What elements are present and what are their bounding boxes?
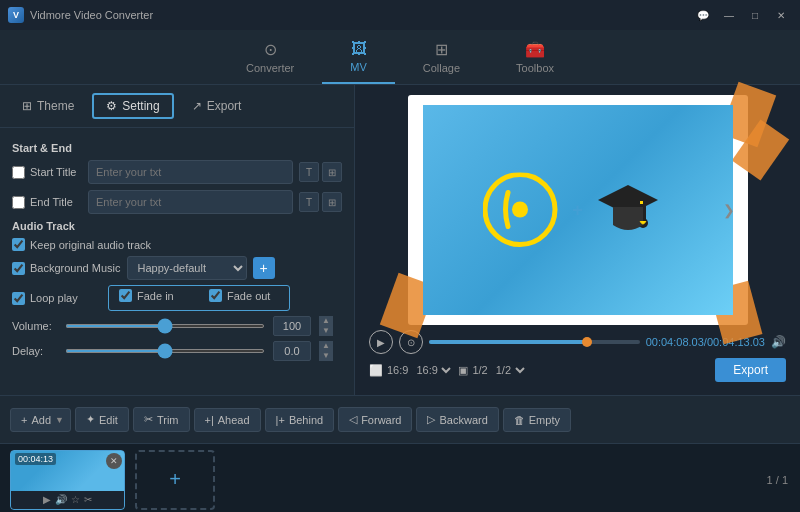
titlebar-controls: 💬 — □ ✕ [692, 8, 792, 22]
edit-button[interactable]: ✦ Edit [75, 407, 129, 432]
volume-icon[interactable]: 🔊 [771, 335, 786, 349]
forward-label: Forward [361, 414, 401, 426]
loop-play-checkbox[interactable] [12, 292, 25, 305]
add-music-button[interactable]: + [253, 257, 275, 279]
ratio-select: ⬜ 16:9 16:94:31:1 ▣ 1/2 1/21/1 [369, 363, 528, 377]
left-nav-arrow[interactable]: ❯ [723, 202, 735, 218]
thumb-star-icon[interactable]: ☆ [71, 494, 80, 505]
fade-in-checkbox[interactable] [119, 289, 132, 302]
tab-converter[interactable]: ⊙ Converter [218, 36, 322, 84]
chat-icon-btn[interactable]: 💬 [692, 8, 714, 22]
loop-play-text: Loop play [30, 292, 78, 304]
behind-button[interactable]: |+ Behind [265, 408, 335, 432]
backward-icon: ▷ [427, 413, 435, 426]
add-clip-button[interactable]: + [135, 450, 215, 510]
tab-mv[interactable]: 🖼 MV [322, 36, 395, 84]
thumb-vol-icon[interactable]: 🔊 [55, 494, 67, 505]
delay-label: Delay: [12, 345, 57, 357]
start-title-font-icon[interactable]: T [299, 162, 319, 182]
keep-original-checkbox[interactable] [12, 238, 25, 251]
add-icon: + [21, 414, 27, 426]
backward-button[interactable]: ▷ Backward [416, 407, 498, 432]
trash-icon: 🗑 [514, 414, 525, 426]
right-panel: ❯ + [355, 85, 800, 395]
close-button[interactable]: ✕ [770, 8, 792, 22]
subtab-setting[interactable]: ⚙ Setting [92, 93, 173, 119]
trim-label: Trim [157, 414, 179, 426]
background-music-row: Background Music Happy-default Other + [12, 256, 342, 280]
subtab-theme[interactable]: ⊞ Theme [10, 95, 86, 117]
thumb-duration: 00:04:13 [15, 453, 56, 465]
fraction-dropdown[interactable]: 1/21/1 [492, 363, 528, 377]
trim-button[interactable]: ✂ Trim [133, 407, 190, 432]
forward-button[interactable]: ◁ Forward [338, 407, 412, 432]
music-dropdown[interactable]: Happy-default Other [127, 256, 247, 280]
volume-slider[interactable] [65, 324, 265, 328]
aspect-icon: ⬜ [369, 364, 383, 377]
maximize-button[interactable]: □ [744, 8, 766, 22]
delay-value: 0.0 [273, 341, 311, 361]
end-title-checkbox[interactable] [12, 196, 25, 209]
end-title-grid-icon[interactable]: ⊞ [322, 192, 342, 212]
behind-label: Behind [289, 414, 323, 426]
ratio-value: 16:9 [387, 364, 408, 376]
fade-in-text: Fade in [137, 290, 174, 302]
ahead-button[interactable]: +| Ahead [194, 408, 261, 432]
timeline: ✕ 00:04:13 ▶ 🔊 ☆ ✂ + 1 / 1 [0, 443, 800, 512]
start-title-input[interactable] [88, 160, 293, 184]
timeline-counter: 1 / 1 [767, 474, 788, 486]
app-icon: V [8, 7, 24, 23]
start-title-row: Start Title T ⊞ [12, 160, 342, 184]
end-title-icons: T ⊞ [299, 192, 342, 212]
bg-music-label[interactable]: Background Music [12, 262, 121, 275]
play-button[interactable]: ▶ [369, 330, 393, 354]
end-title-input[interactable] [88, 190, 293, 214]
bg-music-text: Background Music [30, 262, 121, 274]
tab-collage[interactable]: ⊞ Collage [395, 36, 488, 84]
trim-icon: ✂ [144, 413, 153, 426]
minimize-button[interactable]: — [718, 8, 740, 22]
loop-play-row: Loop play Fade in Fade out [12, 285, 342, 311]
empty-label: Empty [529, 414, 560, 426]
delay-slider[interactable] [65, 349, 265, 353]
start-title-checkbox-label[interactable]: Start Title [12, 166, 82, 179]
volume-down-btn[interactable]: ▼ [319, 326, 333, 336]
keep-original-text: Keep original audio track [30, 239, 151, 251]
delay-up-btn[interactable]: ▲ [319, 341, 333, 351]
start-end-section: Start & End [12, 142, 342, 154]
loop-play-label[interactable]: Loop play [12, 292, 82, 305]
backward-label: Backward [439, 414, 487, 426]
tab-mv-label: MV [350, 61, 367, 73]
bg-music-checkbox[interactable] [12, 262, 25, 275]
delay-spinners: ▲ ▼ [319, 341, 333, 361]
tab-converter-label: Converter [246, 62, 294, 74]
toolbox-icon: 🧰 [525, 40, 545, 59]
thumb-close-btn[interactable]: ✕ [106, 453, 122, 469]
fade-out-label[interactable]: Fade out [209, 289, 279, 302]
thumb-play-icon[interactable]: ▶ [43, 494, 51, 505]
tab-toolbox[interactable]: 🧰 Toolbox [488, 36, 582, 84]
empty-button[interactable]: 🗑 Empty [503, 408, 571, 432]
preview-inner: + [423, 105, 733, 315]
sub-tabs: ⊞ Theme ⚙ Setting ↗ Export [0, 85, 354, 128]
volume-label: Volume: [12, 320, 57, 332]
thumb-scissors-icon[interactable]: ✂ [84, 494, 92, 505]
end-title-font-icon[interactable]: T [299, 192, 319, 212]
start-title-grid-icon[interactable]: ⊞ [322, 162, 342, 182]
add-button[interactable]: + Add ▼ [10, 408, 71, 432]
audio-track-section: Audio Track [12, 220, 342, 232]
volume-up-btn[interactable]: ▲ [319, 316, 333, 326]
left-panel: ⊞ Theme ⚙ Setting ↗ Export Start & End S… [0, 85, 355, 395]
ratio-dropdown[interactable]: 16:94:31:1 [412, 363, 454, 377]
add-thumb-icon: + [169, 468, 181, 491]
export-button[interactable]: Export [715, 358, 786, 382]
fade-out-checkbox[interactable] [209, 289, 222, 302]
keep-original-label[interactable]: Keep original audio track [12, 238, 151, 251]
fade-row: Fade in Fade out [119, 289, 279, 302]
end-title-checkbox-label[interactable]: End Title [12, 196, 82, 209]
delay-down-btn[interactable]: ▼ [319, 351, 333, 361]
subtab-export[interactable]: ↗ Export [180, 95, 254, 117]
start-title-checkbox[interactable] [12, 166, 25, 179]
progress-track[interactable] [429, 340, 640, 344]
fade-in-label[interactable]: Fade in [119, 289, 189, 302]
